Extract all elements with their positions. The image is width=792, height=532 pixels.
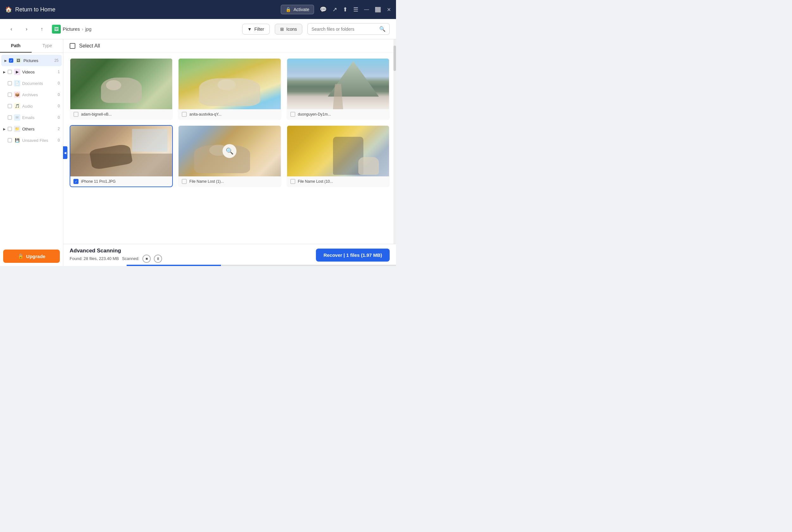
titlebar: 🏠 Return to Home 🔒 Activate 💬 ↗ ⬆ ☰ — ⬜ … bbox=[0, 0, 396, 19]
search-input[interactable] bbox=[311, 26, 377, 32]
emails-label: Emails bbox=[22, 115, 35, 120]
image-card-1[interactable]: anita-austvika-qY... bbox=[178, 58, 281, 120]
sidebar-item-others[interactable]: ▶ 📁 Others 2 bbox=[0, 123, 63, 135]
image-checkbox-2[interactable] bbox=[290, 112, 295, 117]
sidebar-item-emails[interactable]: ▶ ✉ Emails 0 bbox=[0, 112, 63, 123]
up-button[interactable]: ↑ bbox=[37, 24, 47, 34]
image-grid: adam-bignell-vB... anita-austvika-qY... bbox=[63, 53, 396, 244]
scanning-title: Advanced Scanning bbox=[70, 248, 311, 254]
image-checkbox-0[interactable] bbox=[74, 112, 78, 117]
search-box[interactable]: 🔍 bbox=[307, 23, 390, 35]
tab-path[interactable]: Path bbox=[0, 39, 32, 53]
image-thumb-1 bbox=[178, 59, 281, 109]
audio-icon: 🎵 bbox=[14, 103, 20, 109]
audio-count: 0 bbox=[58, 104, 60, 108]
image-checkbox-1[interactable] bbox=[182, 112, 187, 117]
select-all-label[interactable]: Select All bbox=[79, 43, 100, 49]
progress-bar-container bbox=[127, 265, 396, 266]
upload-icon[interactable]: ⬆ bbox=[343, 6, 348, 13]
progress-bar-fill bbox=[127, 265, 221, 266]
audio-checkbox[interactable] bbox=[7, 104, 12, 108]
image-card-0[interactable]: adam-bignell-vB... bbox=[70, 58, 173, 120]
sidebar-tabs: Path Type bbox=[0, 39, 63, 53]
documents-count: 0 bbox=[58, 81, 60, 86]
scanning-detail: Found: 28 files, 223.40 MB Scanned: ■ ⏸ bbox=[70, 254, 311, 263]
minimize-button[interactable]: — bbox=[364, 7, 369, 12]
audio-label: Audio bbox=[22, 104, 33, 109]
image-card-3[interactable]: ✓ iPhone 11 Pro1.JPG bbox=[70, 125, 173, 187]
tab-type[interactable]: Type bbox=[32, 39, 63, 53]
image-thumb-3 bbox=[70, 126, 172, 176]
scanned-label: Scanned: bbox=[122, 256, 139, 261]
recover-button[interactable]: Recover | 1 files (1.97 MB) bbox=[316, 249, 390, 262]
pause-scan-button[interactable]: ⏸ bbox=[154, 254, 162, 263]
image-checkbox-3[interactable]: ✓ bbox=[74, 179, 78, 184]
image-filename-3: iPhone 11 Pro1.JPG bbox=[81, 179, 116, 184]
filter-button[interactable]: ▼ Filter bbox=[242, 24, 270, 35]
menu-icon[interactable]: ☰ bbox=[353, 6, 358, 13]
image-thumb-0 bbox=[70, 59, 172, 109]
videos-icon: ▶ bbox=[14, 69, 20, 75]
forward-button[interactable]: › bbox=[21, 24, 32, 34]
videos-checkbox[interactable] bbox=[7, 70, 12, 74]
home-icon: 🏠 bbox=[5, 6, 12, 13]
others-expand-icon: ▶ bbox=[3, 127, 6, 131]
archives-checkbox[interactable] bbox=[7, 93, 12, 97]
emails-checkbox[interactable] bbox=[7, 115, 12, 120]
sidebar-item-unsaved[interactable]: ▶ 💾 Unsaved Files 0 bbox=[0, 135, 63, 146]
pictures-checkbox[interactable]: ✓ bbox=[9, 58, 13, 63]
image-filename-2: duonguyen-Dy1m... bbox=[298, 112, 331, 116]
upgrade-button[interactable]: 🔒 Upgrade bbox=[3, 249, 60, 263]
close-button[interactable]: ✕ bbox=[387, 7, 391, 13]
bottom-bar: Advanced Scanning Found: 28 files, 223.4… bbox=[63, 244, 396, 266]
chat-icon[interactable]: 💬 bbox=[320, 6, 327, 13]
scrollbar-thumb bbox=[393, 45, 396, 71]
others-icon: 📁 bbox=[14, 126, 20, 132]
image-card-4[interactable]: 🔍 File Name Lost (1)... bbox=[178, 125, 281, 187]
back-button[interactable]: ‹ bbox=[6, 24, 17, 34]
image-thumb-2 bbox=[287, 59, 389, 109]
return-home-button[interactable]: 🏠 Return to Home bbox=[5, 6, 281, 13]
sidebar-item-archives[interactable]: ▶ 📦 Archives 0 bbox=[0, 89, 63, 100]
emails-count: 0 bbox=[58, 115, 60, 120]
select-all-checkbox[interactable] bbox=[70, 43, 75, 49]
pictures-icon: 🖼 bbox=[15, 57, 21, 64]
unsaved-checkbox[interactable] bbox=[7, 138, 12, 142]
image-label-4: File Name Lost (1)... bbox=[178, 176, 281, 187]
search-overlay-icon: 🔍 bbox=[223, 144, 236, 158]
activate-button[interactable]: 🔒 Activate bbox=[281, 5, 314, 14]
image-thumb-4: 🔍 bbox=[178, 126, 281, 176]
sidebar-item-pictures[interactable]: ▶ ✓ 🖼 Pictures 25 bbox=[1, 55, 62, 66]
maximize-button[interactable]: ⬜ bbox=[375, 7, 381, 13]
image-checkbox-4[interactable] bbox=[182, 179, 187, 184]
breadcrumb-separator: › bbox=[82, 26, 83, 32]
titlebar-controls: 🔒 Activate 💬 ↗ ⬆ ☰ — ⬜ ✕ bbox=[281, 5, 391, 14]
stop-scan-button[interactable]: ■ bbox=[142, 254, 151, 263]
image-card-2[interactable]: duonguyen-Dy1m... bbox=[287, 58, 390, 120]
documents-checkbox[interactable] bbox=[7, 81, 12, 86]
collapse-sidebar-button[interactable]: ◀ bbox=[63, 146, 67, 159]
unsaved-label: Unsaved Files bbox=[22, 138, 48, 143]
documents-label: Documents bbox=[22, 81, 43, 86]
videos-count: 1 bbox=[58, 70, 60, 74]
toolbar: ‹ › ↑ 🖼 Pictures › jpg ▼ Filter ⊞ Icons … bbox=[0, 19, 396, 39]
image-checkbox-5[interactable] bbox=[290, 179, 295, 184]
sidebar-item-audio[interactable]: ▶ 🎵 Audio 0 bbox=[0, 100, 63, 112]
expand-icon: ▶ bbox=[4, 59, 7, 62]
select-all-bar: Select All bbox=[63, 39, 396, 53]
sidebar-item-videos[interactable]: ▶ ▶ Videos 1 bbox=[0, 66, 63, 78]
share-icon[interactable]: ↗ bbox=[332, 6, 337, 13]
others-checkbox[interactable] bbox=[7, 127, 12, 131]
breadcrumb-parent[interactable]: Pictures bbox=[63, 26, 80, 32]
grid-icon: ⊞ bbox=[280, 26, 284, 32]
icons-view-button[interactable]: ⊞ Icons bbox=[275, 24, 302, 35]
emails-icon: ✉ bbox=[14, 114, 20, 121]
sidebar-item-documents[interactable]: ▶ 📄 Documents 0 bbox=[0, 78, 63, 89]
scanning-info: Advanced Scanning Found: 28 files, 223.4… bbox=[70, 248, 311, 263]
image-filename-5: File Name Lost (10... bbox=[298, 179, 333, 184]
image-card-5[interactable]: File Name Lost (10... bbox=[287, 125, 390, 187]
image-label-5: File Name Lost (10... bbox=[287, 176, 389, 187]
unsaved-icon: 💾 bbox=[14, 137, 20, 144]
others-count: 2 bbox=[58, 127, 60, 131]
content-scrollbar[interactable] bbox=[393, 39, 396, 266]
